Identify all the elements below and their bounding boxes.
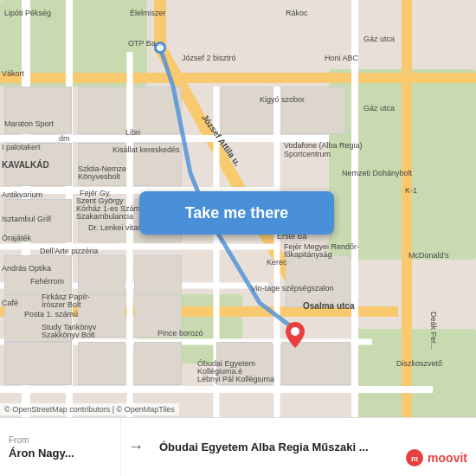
map-label: Sportcentrum: [284, 150, 331, 158]
map-label: József 2 bisztró: [182, 54, 236, 62]
map-label: Honi ABC: [325, 54, 358, 62]
moovit-logo: m moovit: [405, 448, 467, 467]
bottom-bar: From Áron Nagy... → Óbudai Egyetem Alba …: [0, 417, 476, 476]
map-label: dm: [59, 134, 70, 143]
block: [134, 294, 182, 338]
map-label: Antikvarium: [2, 190, 42, 199]
from-section: From Áron Nagy...: [0, 418, 121, 476]
map: Lipóti Pékség Élelmiszer Rákoc OTP Ba...…: [0, 0, 476, 476]
svg-text:m: m: [411, 454, 418, 463]
take-me-there-button[interactable]: Take me there: [139, 191, 334, 235]
block: [134, 342, 182, 385]
moovit-text: moovit: [428, 451, 467, 465]
block: [78, 143, 125, 186]
block: [4, 294, 72, 342]
block: [78, 199, 125, 242]
block: [78, 342, 125, 385]
block: [286, 255, 351, 307]
map-label: Gáz utca: [363, 35, 395, 43]
block: [4, 143, 72, 186]
map-attribution: © OpenStreetMap contributors | © OpenMap…: [0, 403, 179, 415]
arrow-icon: →: [128, 438, 144, 456]
block: [281, 342, 351, 385]
block: [216, 342, 273, 385]
button-label: Take me there: [185, 204, 289, 222]
block: [4, 199, 72, 242]
block: [4, 342, 72, 385]
map-label: Fejér Gy.: [80, 189, 111, 197]
from-label: From: [9, 435, 112, 445]
arrow-section: →: [121, 438, 151, 456]
block: [221, 87, 273, 134]
park-area-2: [329, 69, 476, 260]
moovit-icon: m: [405, 448, 424, 467]
block: [134, 87, 182, 134]
map-label: Rákoc: [286, 9, 308, 17]
map-label: Dell'Arte pizzéria: [40, 247, 98, 255]
block: [281, 87, 346, 134]
block: [78, 87, 125, 134]
block: [4, 87, 72, 134]
app: Lipóti Pékség Élelmiszer Rákoc OTP Ba...…: [0, 0, 476, 476]
svg-point-17: [291, 327, 299, 336]
map-label: Kerec: [267, 258, 287, 267]
block: [78, 294, 125, 338]
from-value: Áron Nagy...: [9, 447, 112, 460]
origin-marker: [154, 42, 166, 54]
destination-marker: [286, 322, 305, 348]
park-area: [0, 0, 147, 87]
block: [134, 143, 182, 186]
